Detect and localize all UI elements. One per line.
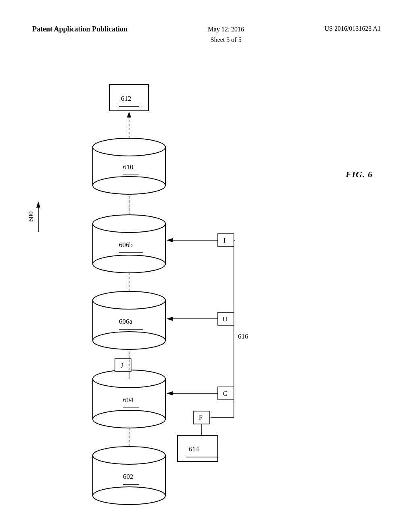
label-606b: 606b <box>119 241 133 249</box>
svg-point-17 <box>93 291 165 309</box>
label-606a: 606a <box>119 318 133 325</box>
label-600: 600 <box>27 212 35 222</box>
label-F: F <box>199 414 202 421</box>
svg-point-5 <box>93 447 165 464</box>
svg-point-22 <box>93 215 165 233</box>
svg-marker-3 <box>36 202 40 208</box>
label-G: G <box>223 390 228 397</box>
label-I: I <box>223 237 225 244</box>
figure-label: FIG. 6 <box>346 169 373 180</box>
label-602: 602 <box>123 473 133 480</box>
publication-title: Patent Application Publication <box>32 24 127 34</box>
publication-date-sheet: May 12, 2016 Sheet 5 of 5 <box>208 24 244 45</box>
label-610: 610 <box>123 163 133 171</box>
label-612: 612 <box>121 95 131 102</box>
svg-point-28 <box>93 177 165 194</box>
page-header: Patent Application Publication May 12, 2… <box>0 24 413 45</box>
label-616: 616 <box>238 332 248 340</box>
publication-number: US 2016/0131623 A1 <box>324 24 381 33</box>
svg-point-27 <box>93 138 165 156</box>
label-614: 614 <box>189 445 199 453</box>
label-H: H <box>223 316 227 322</box>
svg-rect-34 <box>218 234 234 247</box>
page: Patent Application Publication May 12, 2… <box>0 0 413 532</box>
svg-point-11 <box>93 410 165 428</box>
label-J: J <box>121 362 123 369</box>
diagram-area: 600 602 604 J <box>0 64 413 532</box>
svg-point-18 <box>93 332 165 349</box>
label-604: 604 <box>123 396 133 404</box>
diagram-svg: 600 602 604 J <box>0 64 413 532</box>
svg-point-23 <box>93 255 165 273</box>
svg-point-6 <box>93 487 165 505</box>
